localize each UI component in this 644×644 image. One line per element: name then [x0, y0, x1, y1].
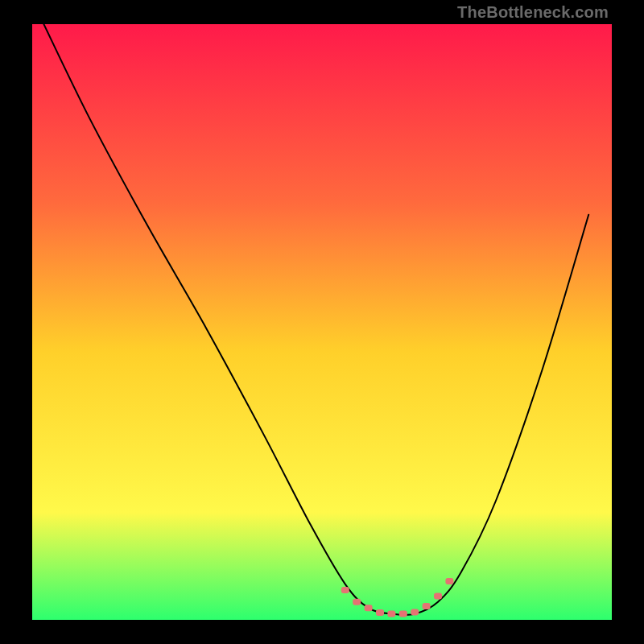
plot-area [32, 24, 612, 620]
gradient-background [32, 24, 612, 620]
marker-dot [365, 605, 373, 611]
chart-svg [32, 24, 612, 620]
marker-dot [376, 609, 384, 616]
marker-dot [341, 587, 349, 593]
marker-dot [423, 603, 431, 609]
chart-frame: TheBottleneck.com [0, 0, 644, 644]
watermark-label: TheBottleneck.com [457, 3, 609, 22]
marker-dot [353, 599, 361, 605]
marker-dot [387, 611, 395, 617]
marker-dot [411, 609, 419, 615]
marker-dot [399, 611, 407, 617]
marker-dot [445, 578, 453, 584]
marker-dot [434, 592, 442, 599]
